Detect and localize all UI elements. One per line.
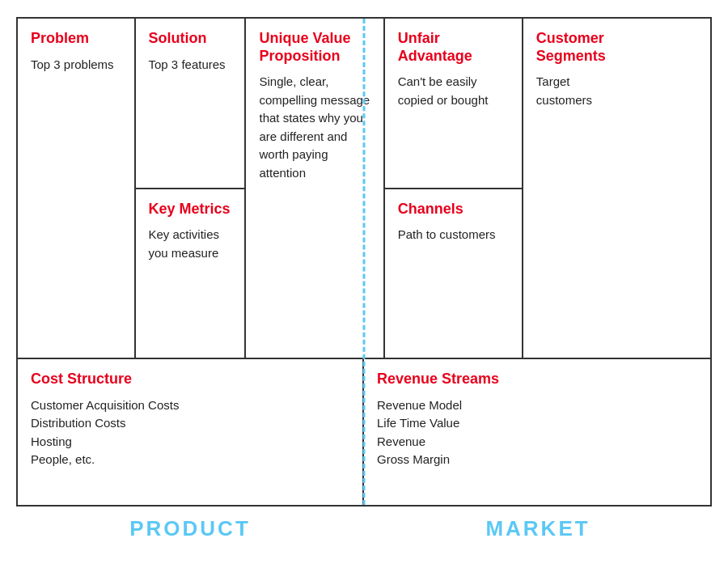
channels-title: Channels (398, 201, 509, 218)
cost-structure-title: Cost Structure (31, 371, 349, 388)
cost-line-2: Distribution Costs (31, 414, 349, 433)
uvp-title: Unique Value Proposition (259, 30, 370, 65)
key-metrics-title: Key Metrics (149, 201, 232, 218)
revenue-streams-title: Revenue Streams (377, 371, 697, 388)
revenue-line-2: Life Time Value (377, 414, 697, 433)
revenue-line-4: Gross Margin (377, 451, 697, 469)
uvp-body: Single, clear, compelling message that s… (259, 73, 370, 182)
revenue-streams-cell: Revenue Streams Revenue Model Life Time … (364, 359, 710, 505)
channels-body: Path to customers (398, 226, 509, 244)
cost-structure-cell: Cost Structure Customer Acquisition Cost… (18, 359, 364, 505)
problem-title: Problem (31, 30, 121, 48)
unfair-advantage-title: Unfair Advantage (398, 30, 509, 65)
solution-title: Solution (149, 30, 232, 48)
key-metrics-body: Key activities you measure (149, 226, 232, 262)
cost-structure-body: Customer Acquisition Costs Distribution … (31, 396, 349, 469)
unfair-advantage-cell: Unfair Advantage Can't be easily copied … (385, 19, 522, 189)
lean-canvas: Problem Top 3 problems Solution Top 3 fe… (16, 17, 712, 551)
cost-line-3: Hosting (31, 433, 349, 451)
problem-cell: Problem Top 3 problems (18, 19, 136, 358)
cost-line-4: People, etc. (31, 451, 349, 469)
solution-body: Top 3 features (149, 56, 232, 74)
canvas-grid: Problem Top 3 problems Solution Top 3 fe… (16, 17, 712, 507)
solution-cell: Solution Top 3 features (136, 19, 245, 189)
customer-segments-title: Customer Segments (536, 30, 629, 65)
revenue-line-1: Revenue Model (377, 396, 697, 415)
customer-segments-body: Target customers (536, 73, 629, 109)
top-section: Problem Top 3 problems Solution Top 3 fe… (18, 19, 710, 359)
key-metrics-cell: Key Metrics Key activities you measure (136, 189, 245, 358)
market-label: MARKET (364, 516, 712, 541)
revenue-streams-body: Revenue Model Life Time Value Revenue Gr… (377, 396, 697, 469)
solution-column: Solution Top 3 features Key Metrics Key … (136, 19, 247, 358)
unfair-advantage-body: Can't be easily copied or bought (398, 73, 509, 109)
unfair-column: Unfair Advantage Can't be easily copied … (385, 19, 523, 358)
cost-line-1: Customer Acquisition Costs (31, 396, 349, 415)
revenue-line-3: Revenue (377, 433, 697, 451)
footer-labels: PRODUCT MARKET (16, 507, 712, 551)
bottom-section: Cost Structure Customer Acquisition Cost… (18, 359, 710, 505)
customer-segments-cell: Customer Segments Target customers (523, 19, 641, 358)
product-label: PRODUCT (16, 516, 364, 541)
uvp-cell: Unique Value Proposition Single, clear, … (246, 19, 384, 358)
channels-cell: Channels Path to customers (385, 189, 522, 358)
problem-body: Top 3 problems (31, 56, 121, 74)
